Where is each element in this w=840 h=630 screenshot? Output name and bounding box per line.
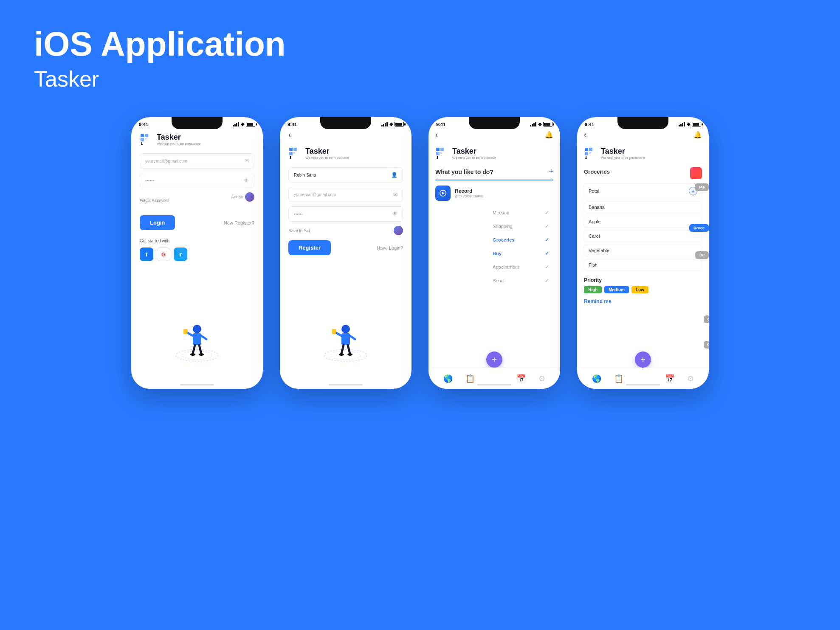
nav-calendar-3[interactable]: 📅 (516, 374, 526, 383)
logo-tagline-1: We help you to be productive (157, 142, 200, 146)
fab-4[interactable]: + (635, 352, 651, 368)
record-item-3[interactable]: Record with voice memo (435, 186, 553, 201)
nav-list-3[interactable]: 📋 (465, 374, 475, 383)
category-shopping[interactable]: Shopping ✓ (488, 220, 553, 232)
status-time-4: 9:41 (585, 122, 594, 127)
category-groceries[interactable]: Groceries ✓ (488, 234, 553, 246)
battery-icon-3 (543, 122, 552, 127)
bell-icon-4[interactable]: 🔔 (693, 131, 702, 139)
tasks-screen-content: ‹ 🔔 Tasker We help you to be productive (428, 129, 560, 382)
svg-rect-45 (589, 152, 591, 154)
email-field-wrapper-1[interactable]: youremail@gmail.com ✉ (140, 153, 254, 169)
svg-line-10 (187, 332, 193, 336)
add-task-btn-3[interactable]: + (549, 167, 553, 176)
svg-marker-41 (442, 192, 445, 194)
category-meeting[interactable]: Meeting ✓ (488, 207, 553, 219)
signal-icon-1 (233, 122, 239, 127)
svg-rect-16 (183, 329, 188, 334)
logo-text-3: Tasker We help you to be productive (452, 147, 496, 160)
register-button-2[interactable]: Register (288, 240, 331, 255)
category-buy[interactable]: Buy ✓ (488, 248, 553, 259)
ask-siri-1[interactable]: Ask Sir (231, 192, 254, 202)
login-row-1: Login New Register? (140, 215, 254, 230)
list-item-banana[interactable]: Banana (584, 201, 702, 213)
bell-icon-3[interactable]: 🔔 (545, 131, 553, 139)
name-field-wrapper-2[interactable]: Robin Saha 👤 (288, 167, 403, 183)
back-btn-2[interactable]: ‹ (288, 130, 291, 139)
svg-rect-0 (141, 134, 144, 137)
email-placeholder-1: youremail@gmail.com (145, 159, 187, 163)
wifi-icon-1: ◆ (241, 121, 244, 127)
phone-top-nav-2: ‹ (288, 129, 403, 143)
list-item-vegetable[interactable]: Vegetable (584, 245, 702, 256)
record-title-3: Record (455, 188, 483, 194)
phone-notch-2 (320, 117, 371, 129)
signal-icon-2 (381, 122, 388, 127)
svg-rect-34 (436, 148, 440, 151)
password-field-wrapper-1[interactable]: •••••• 👁 (140, 173, 254, 188)
list-item-apple[interactable]: Apple (584, 216, 702, 228)
record-thumb-3 (435, 186, 451, 201)
list-item-fish[interactable]: Fish (584, 259, 702, 271)
svg-rect-1 (145, 134, 148, 137)
back-btn-4[interactable]: ‹ (584, 130, 586, 139)
new-register-1[interactable]: New Register? (224, 220, 254, 225)
forgot-password-1[interactable]: Forgot Password (140, 198, 169, 202)
float-tag-me[interactable]: Me (695, 183, 709, 191)
what-todo-label-3: What you like to do? (435, 169, 493, 175)
facebook-btn-1[interactable]: f (140, 248, 153, 261)
remind-me-4[interactable]: Remind me (584, 298, 702, 304)
phone-tasks: 9:41 ◆ ‹ 🔔 (428, 117, 560, 389)
svg-point-32 (347, 353, 352, 356)
list-item-potal[interactable]: Potal + (584, 183, 702, 199)
svg-rect-26 (341, 333, 350, 345)
float-tag-buy[interactable]: Bu (695, 251, 709, 259)
have-login-2[interactable]: Have Login? (377, 245, 403, 250)
status-icons-4: ◆ (679, 121, 701, 127)
svg-rect-36 (436, 152, 440, 155)
tasker-logo-2 (288, 147, 301, 160)
category-appointment[interactable]: Appointment ✓ (488, 261, 553, 273)
category-send[interactable]: Send ✓ (488, 275, 553, 287)
password-placeholder-2: •••••• (294, 212, 303, 217)
password-field-wrapper-2[interactable]: •••••• 👁 (288, 206, 403, 222)
fab-3[interactable]: + (486, 352, 502, 368)
float-tag-ca[interactable]: Ca (704, 315, 709, 323)
page-header: iOS Application Tasker (34, 25, 806, 92)
google-btn-1[interactable]: G (157, 248, 170, 261)
nav-settings-3[interactable]: ⚙ (538, 374, 545, 383)
check-meeting: ✓ (545, 210, 549, 216)
email-field-wrapper-2[interactable]: youremail@gmail.com ✉ (288, 187, 403, 202)
float-tag-grocc[interactable]: Grocc (689, 224, 709, 232)
badge-medium-4[interactable]: Medium (604, 286, 629, 293)
float-tag-ch[interactable]: Ch (704, 341, 709, 349)
svg-rect-19 (289, 152, 293, 155)
svg-rect-9 (193, 333, 201, 345)
check-groceries: ✓ (545, 237, 549, 243)
back-btn-3[interactable]: ‹ (435, 130, 438, 139)
login-button-1[interactable]: Login (140, 215, 175, 230)
list-item-carot[interactable]: Carot (584, 230, 702, 242)
nav-list-4[interactable]: 📋 (614, 374, 623, 383)
siri-avatar-2 (394, 226, 403, 235)
phones-row: 9:41 ◆ T (34, 117, 806, 389)
priority-section-4: Priority High Medium Low (584, 276, 702, 293)
badge-low-4[interactable]: Low (631, 286, 648, 293)
signal-icon-4 (679, 122, 685, 127)
nav-home-3[interactable]: 🌎 (443, 374, 453, 383)
nav-home-4[interactable]: 🌎 (592, 374, 601, 383)
logo-area-2: Tasker We help you to be productive (288, 147, 403, 160)
item-fish-label: Fish (589, 262, 598, 267)
check-send: ✓ (545, 278, 549, 284)
category-buy-label: Buy (493, 251, 502, 256)
nav-calendar-4[interactable]: 📅 (665, 374, 674, 383)
record-info-3: Record with voice memo (455, 188, 483, 198)
svg-point-25 (341, 325, 350, 333)
eye-icon-2: 👁 (392, 211, 397, 217)
svg-point-8 (193, 325, 201, 333)
nav-settings-4[interactable]: ⚙ (687, 374, 694, 383)
wifi-icon-3: ◆ (538, 121, 541, 127)
what-todo-row-3: What you like to do? + (435, 167, 553, 180)
twitter-btn-1[interactable]: 𝕣 (174, 248, 187, 261)
badge-high-4[interactable]: High (584, 286, 602, 293)
